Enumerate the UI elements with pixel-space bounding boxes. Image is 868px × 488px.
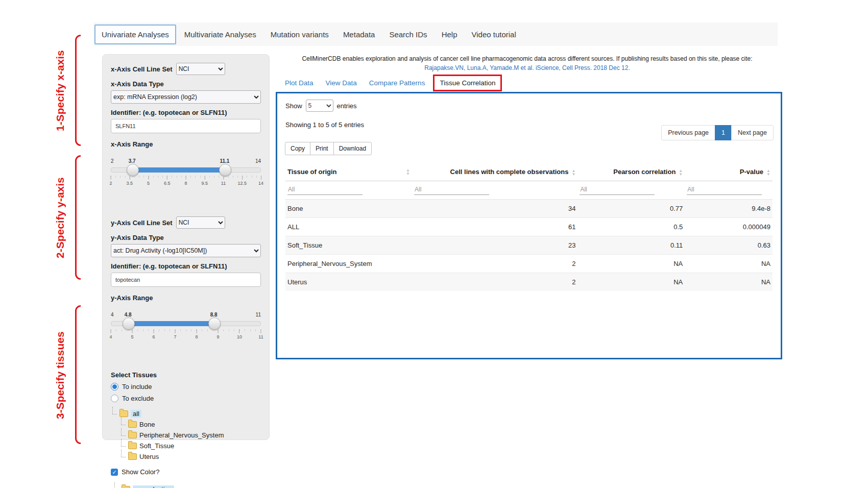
page-1-button[interactable]: 1 [715, 125, 732, 140]
subtab-plot-data[interactable]: Plot Data [279, 75, 320, 91]
y-cell-line-set-label: y-Axis Cell Line Set [111, 219, 173, 227]
entries-select[interactable]: 5 [306, 100, 333, 112]
y-slider-from-label: 4.8 [125, 312, 132, 318]
select-tissues-label: Select Tissues [111, 371, 261, 379]
x-slider-handle-high[interactable] [219, 164, 231, 176]
column-header-pearson[interactable]: Pearson correlation▲▼ [577, 163, 685, 181]
folder-icon [128, 443, 137, 449]
x-data-type-label: x-Axis Data Type [111, 80, 261, 88]
tab-multivariate-analyses[interactable]: Multivariate Analyses [177, 25, 263, 44]
tree-node-pns-label: Peripheral_Nervous_System [139, 431, 224, 439]
control-panel: x-Axis Cell Line Set NCI x-Axis Data Typ… [102, 54, 270, 440]
x-range-slider[interactable]: 2 14 3.7 11.1 2 3.5 5 6.5 8 9.5 11 12.5 … [111, 159, 261, 193]
y-range-label: y-Axis Range [111, 294, 261, 302]
export-buttons: Copy Print Download [285, 142, 773, 155]
folder-icon [128, 432, 137, 438]
filter-tissue-input[interactable] [287, 184, 363, 195]
site-description: CellMinerCDB enables exploration and ana… [278, 55, 776, 71]
citation-link[interactable]: Rajapakse.VN, Luna.A, Yamade.M et al. iS… [278, 64, 776, 71]
column-header-pvalue[interactable]: P-value▲▼ [685, 163, 773, 181]
table-row: Peripheral_Nervous_System2 NANA [285, 254, 773, 273]
x-identifier-label: Identifier: (e.g. topotecan or SLFN11) [111, 109, 261, 116]
column-header-cell-lines[interactable]: Cell lines with complete observations▲▼ [412, 163, 577, 181]
column-header-tissue[interactable]: Tissue of origin▲▼ [285, 163, 412, 181]
x-slider-active-bar [132, 167, 225, 173]
tree-node-all-label: all [131, 410, 141, 418]
tree-connector-icon [119, 430, 126, 441]
x-slider-handle-low[interactable] [127, 164, 139, 176]
to-exclude-radio[interactable]: To exclude [111, 395, 261, 402]
x-cell-line-set-select[interactable]: NCI [176, 63, 225, 75]
description-text: CellMinerCDB enables exploration and ana… [278, 55, 776, 62]
tab-metadata[interactable]: Metadata [336, 25, 382, 44]
tab-univariate-analyses[interactable]: Univariate Analyses [94, 25, 176, 44]
show-color-checkbox[interactable]: ✓ Show Color? [111, 468, 261, 476]
tab-search-ids[interactable]: Search IDs [382, 25, 434, 44]
tree-node-no-selection[interactable]: no_selection [113, 484, 261, 488]
filter-pearson-input[interactable] [580, 184, 655, 195]
y-data-type-select[interactable]: act: Drug Activity (-log10[IC50M]) [111, 244, 261, 257]
tree-node-soft-tissue[interactable]: Soft_Tissue [119, 441, 261, 451]
subtab-compare-patterns[interactable]: Compare Patterns [363, 75, 431, 91]
tree-node-uterus-label: Uterus [139, 453, 159, 460]
table-row: Soft_Tissue23 0.110.63 [285, 236, 773, 254]
to-include-radio[interactable]: To include [111, 383, 261, 391]
tree-node-all[interactable]: all [111, 408, 261, 419]
tree-node-uterus[interactable]: Uterus [119, 451, 261, 462]
copy-button[interactable]: Copy [285, 142, 310, 155]
to-include-label: To include [122, 383, 152, 391]
table-row: Uterus2 NANA [285, 273, 773, 291]
y-slider-handle-low[interactable] [123, 318, 135, 330]
sort-icon: ▲▼ [406, 168, 410, 176]
tissue-tree: all Bone Peripheral_Nervous_System Soft_… [111, 408, 261, 462]
filter-pvalue-input[interactable] [687, 184, 762, 195]
y-identifier-input[interactable] [111, 273, 261, 287]
to-exclude-label: To exclude [122, 395, 154, 402]
folder-icon [128, 421, 137, 428]
x-slider-min-label: 2 [111, 158, 114, 164]
pagination: Previous page 1 Next page [662, 125, 774, 140]
y-data-type-label: y-Axis Data Type [111, 234, 261, 241]
sort-icon: ▲▼ [571, 169, 575, 176]
annotation-step-1-label: 1-Specify x-axis [51, 41, 69, 141]
x-slider-from-label: 3.7 [129, 158, 136, 164]
radio-unselected-icon [111, 395, 118, 402]
x-identifier-input[interactable] [111, 119, 261, 133]
print-button[interactable]: Print [310, 142, 334, 155]
analysis-subtabs: Plot Data View Data Compare Patterns Tis… [279, 75, 502, 91]
show-color-label: Show Color? [122, 468, 159, 476]
subtab-view-data[interactable]: View Data [320, 75, 363, 91]
annotation-step-2-label: 2-Specify y-axis [51, 164, 69, 272]
table-row: Bone34 0.779.4e-8 [285, 199, 773, 217]
x-data-type-select[interactable]: exp: mRNA Expression (log2) [111, 90, 261, 104]
x-slider-to-label: 11.1 [220, 158, 229, 164]
subtab-tissue-correlation[interactable]: Tissue Correlation [433, 75, 502, 91]
tab-mutation-variants[interactable]: Mutation variants [263, 25, 336, 44]
tab-help[interactable]: Help [435, 25, 465, 44]
tab-video-tutorial[interactable]: Video tutorial [464, 25, 523, 44]
annotation-bracket-1 [73, 35, 81, 146]
correlation-table: Tissue of origin▲▼ Cell lines with compl… [285, 163, 773, 291]
y-slider-handle-high[interactable] [208, 318, 221, 330]
tree-node-no-selection-label: no_selection [133, 485, 174, 488]
download-button[interactable]: Download [333, 142, 372, 155]
tree-connector-icon [119, 452, 126, 462]
y-range-slider[interactable]: 4 11 4.8 8.8 4 5 6 7 8 9 10 11 [111, 313, 261, 347]
tree-node-bone[interactable]: Bone [119, 419, 261, 430]
filter-cell-lines-input[interactable] [414, 184, 489, 195]
y-cell-line-set-select[interactable]: NCI [176, 216, 225, 229]
y-slider-to-label: 8.8 [210, 312, 218, 318]
tree-connector-icon [113, 484, 119, 488]
tree-node-peripheral-nervous-system[interactable]: Peripheral_Nervous_System [119, 430, 261, 441]
folder-icon [128, 453, 137, 460]
previous-page-button[interactable]: Previous page [661, 125, 715, 140]
annotation-bracket-3 [73, 305, 81, 444]
x-range-label: x-Axis Range [111, 140, 261, 148]
x-slider-grid: 2 3.5 5 6.5 8 9.5 11 12.5 14 [111, 176, 261, 190]
y-slider-max-label: 11 [256, 312, 261, 318]
next-page-button[interactable]: Next page [731, 125, 774, 140]
entries-label: entries [337, 102, 357, 110]
show-label: Show [285, 102, 302, 110]
sort-icon: ▲▼ [766, 169, 770, 176]
table-row: ALL61 0.50.000049 [285, 217, 773, 236]
